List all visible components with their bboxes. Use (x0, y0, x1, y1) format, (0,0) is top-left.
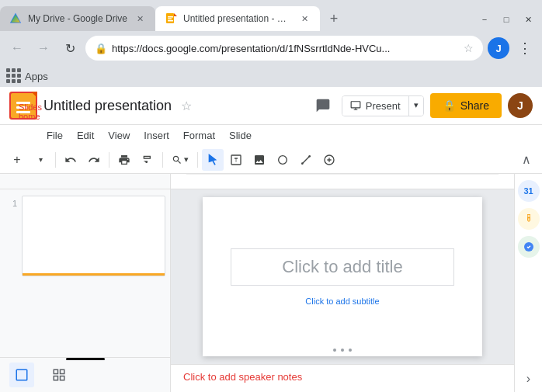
star-button[interactable]: ☆ (181, 99, 192, 113)
svg-rect-16 (54, 376, 57, 380)
keep-button[interactable] (518, 208, 540, 230)
right-sidebar-expand-button[interactable]: › (526, 372, 530, 386)
undo-button[interactable] (60, 149, 82, 171)
add-element-icon (323, 154, 335, 166)
slide-thumbnail-row: 1 (0, 189, 170, 283)
ruler-marks (171, 174, 514, 189)
toolbar-expand-button[interactable]: ∧ (517, 151, 536, 169)
present-label: Present (366, 100, 401, 112)
menu-insert[interactable]: Insert (137, 127, 175, 144)
slides-favicon-icon (165, 12, 177, 25)
forward-button[interactable]: → (33, 37, 54, 59)
slide-thumbnail[interactable] (22, 196, 165, 276)
slide-canvas-container: Click to add title Click to add subtitle (171, 189, 514, 364)
comment-button[interactable] (311, 93, 335, 118)
svg-point-9 (279, 155, 287, 164)
url-bar[interactable]: 🔒 https://docs.google.com/presentation/d… (85, 36, 483, 61)
ruler-svg (186, 174, 499, 189)
calendar-button[interactable]: 31 (518, 180, 540, 202)
share-lock-icon: 🔒 (443, 99, 456, 112)
svg-rect-17 (61, 376, 64, 380)
tab-drive-close[interactable]: ✕ (134, 12, 146, 25)
add-element-button[interactable] (318, 149, 340, 171)
toolbar-divider-4 (197, 152, 198, 168)
slide-canvas[interactable]: Click to add title Click to add subtitle (203, 197, 482, 356)
calendar-icon: 31 (523, 186, 533, 196)
svg-rect-13 (16, 369, 27, 380)
title-placeholder[interactable]: Click to add title (231, 248, 454, 286)
toolbar-divider-3 (162, 152, 163, 168)
tasks-button[interactable] (518, 236, 540, 258)
lock-icon: 🔒 (95, 43, 107, 54)
text-box-icon (230, 154, 242, 166)
print-button[interactable] (113, 149, 135, 171)
svg-point-10 (301, 162, 304, 165)
tab-drive-title: My Drive - Google Drive (28, 13, 127, 24)
paint-format-icon (141, 154, 154, 166)
menu-format[interactable]: Format (177, 127, 221, 144)
app-header: Slides home Untitled presentation ☆ Pres… (0, 87, 542, 125)
slides-logo[interactable]: Slides home (9, 92, 37, 120)
new-tab-button[interactable]: + (323, 8, 345, 29)
browser-profile-button[interactable]: J (488, 37, 509, 59)
grid-view-icon (52, 368, 66, 382)
shape-icon (276, 154, 289, 166)
close-button[interactable]: ✕ (517, 11, 539, 28)
minimize-button[interactable]: − (474, 11, 495, 28)
tab-drive[interactable]: My Drive - Google Drive ✕ (0, 6, 155, 31)
grid-view-button[interactable] (47, 363, 71, 387)
apps-grid-icon[interactable] (6, 68, 22, 84)
slides-home-label: Slides home (19, 102, 42, 121)
paint-format-button[interactable] (137, 149, 158, 171)
shape-button[interactable] (272, 149, 294, 171)
svg-rect-6 (168, 20, 173, 22)
present-dropdown-button[interactable]: ▾ (408, 96, 423, 116)
svg-rect-15 (61, 369, 64, 373)
slide-panel-resize-bar[interactable] (66, 358, 105, 360)
svg-rect-14 (54, 369, 57, 373)
tab-slides-close[interactable]: ✕ (298, 12, 311, 25)
refresh-button[interactable]: ↻ (59, 37, 81, 59)
bookmark-icon[interactable]: ☆ (464, 42, 474, 54)
svg-marker-1 (11, 14, 20, 23)
user-avatar[interactable]: J (508, 93, 533, 118)
present-icon (350, 100, 361, 111)
document-title[interactable]: Untitled presentation (43, 98, 172, 114)
zoom-icon (172, 154, 182, 165)
tab-slides[interactable]: Untitled presentation - Google ✕ (155, 6, 320, 31)
add-slide-button[interactable]: + (6, 149, 28, 171)
undo-icon (64, 154, 77, 166)
redo-button[interactable] (83, 149, 105, 171)
toolbar: + ▾ ▾ (0, 146, 542, 174)
maximize-button[interactable]: □ (495, 11, 517, 28)
tab-slides-title: Untitled presentation - Google (183, 13, 292, 24)
slide-panel: 1 (0, 174, 171, 392)
menu-file[interactable]: File (40, 127, 69, 144)
bookmarks-bar: Apps (0, 65, 542, 87)
back-button[interactable]: ← (6, 37, 28, 59)
content-area: 1 (0, 174, 542, 392)
share-button[interactable]: 🔒 Share (430, 93, 502, 118)
menu-slide[interactable]: Slide (223, 127, 258, 144)
svg-marker-3 (174, 13, 177, 16)
comment-icon (315, 98, 331, 113)
subtitle-placeholder[interactable]: Click to add subtitle (305, 297, 379, 306)
image-button[interactable] (248, 149, 270, 171)
speaker-notes[interactable]: Click to add speaker notes (171, 364, 514, 392)
url-text: https://docs.google.com/presentation/d/1… (112, 43, 459, 54)
list-view-button[interactable] (9, 363, 34, 387)
apps-label[interactable]: Apps (25, 71, 48, 82)
top-ruler (171, 174, 514, 189)
menu-edit[interactable]: Edit (71, 127, 100, 144)
present-button-wrapper: Present ▾ (342, 95, 424, 116)
add-slide-dropdown[interactable]: ▾ (30, 149, 51, 171)
menu-view[interactable]: View (102, 127, 136, 144)
left-ruler (0, 174, 170, 189)
zoom-button[interactable]: ▾ (167, 149, 193, 171)
keep-icon (523, 213, 535, 225)
present-button[interactable]: Present (342, 96, 408, 116)
text-box-button[interactable] (225, 149, 247, 171)
select-tool-button[interactable] (202, 149, 224, 171)
line-button[interactable] (295, 149, 317, 171)
browser-more-button[interactable]: ⋮ (514, 37, 536, 59)
